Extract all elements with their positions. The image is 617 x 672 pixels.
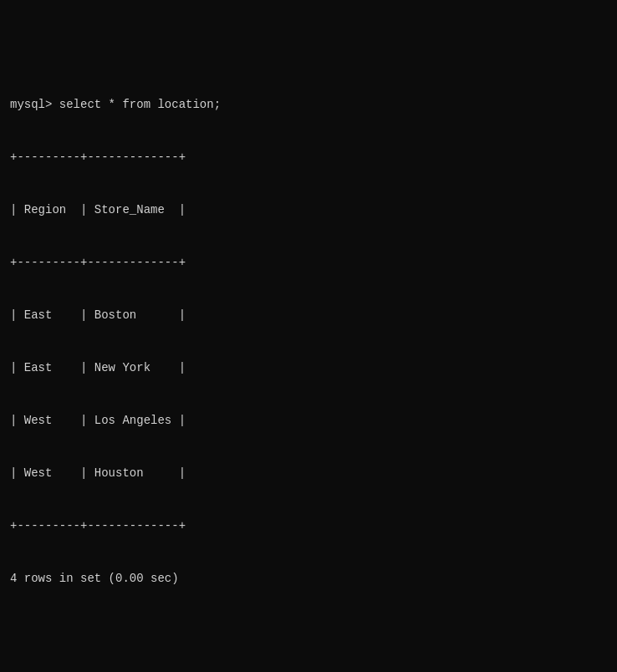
query1-row-0: | East | Boston | (10, 307, 607, 324)
query1-row-1: | East | New York | (10, 359, 607, 377)
query1-border2: +---------+-------------+ (10, 254, 607, 272)
terminal-window: mysql> select * from location; +--------… (10, 8, 607, 672)
query1-row-2: | West | Los Angeles | (10, 412, 607, 430)
query1-border3: +---------+-------------+ (10, 517, 607, 535)
query1-header: | Region | Store_Name | (10, 201, 607, 219)
query1-result: 4 rows in set (0.00 sec) (10, 570, 607, 588)
query1-section: mysql> select * from location; +--------… (10, 61, 607, 623)
query1-row-3: | West | Houston | (10, 465, 607, 482)
query1-prompt: mysql> select * from location; (10, 96, 607, 114)
query1-border1: +---------+-------------+ (10, 149, 607, 166)
